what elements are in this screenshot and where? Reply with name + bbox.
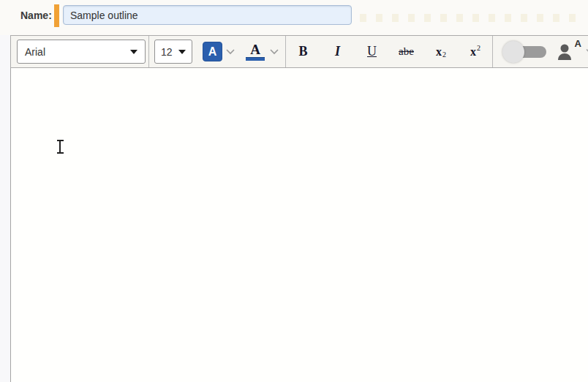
font-size-select[interactable]: 12: [154, 40, 192, 64]
text-color-swatch: [246, 57, 265, 61]
field-accent-bar: [54, 4, 59, 27]
text-cursor-icon: [56, 139, 65, 154]
background-texture: [360, 14, 584, 22]
font-family-value: Arial: [25, 46, 45, 58]
toggle-switch[interactable]: [502, 41, 546, 63]
user-format-menu-button[interactable]: A: [557, 40, 581, 64]
name-row: Name:: [0, 0, 588, 35]
subscript-mark: 2: [442, 50, 446, 59]
font-family-select[interactable]: Arial: [17, 40, 146, 64]
bold-button[interactable]: B: [286, 36, 320, 67]
toggle-knob: [502, 41, 524, 63]
text-color-button[interactable]: A: [244, 43, 266, 61]
dropdown-caret-icon: [130, 50, 137, 54]
highlight-color-button[interactable]: A: [203, 42, 222, 61]
underline-button[interactable]: U: [355, 36, 389, 67]
toolbar-divider: [492, 36, 493, 67]
chevron-down-icon: [270, 49, 279, 55]
superscript-base: x: [470, 45, 476, 59]
name-label: Name:: [20, 10, 52, 21]
subscript-button[interactable]: x 2: [423, 36, 458, 67]
chevron-down-icon: [226, 49, 235, 55]
italic-button[interactable]: I: [320, 36, 355, 67]
text-color-label: A: [250, 43, 260, 56]
highlight-color-label: A: [208, 45, 217, 59]
dropdown-caret-icon: [178, 50, 186, 54]
text-color-chevron[interactable]: [270, 49, 279, 55]
name-input[interactable]: [63, 5, 352, 25]
format-button-group: B I U abe x 2 x 2: [286, 36, 492, 67]
strikethrough-button[interactable]: abe: [389, 36, 423, 67]
toolbar-divider: [148, 36, 149, 67]
formatting-toolbar: Arial 12 A A B I U abe x 2 x 2: [10, 35, 588, 68]
superscript-button[interactable]: x 2: [458, 36, 492, 67]
highlight-color-chevron[interactable]: [226, 49, 235, 55]
subscript-base: x: [436, 45, 442, 59]
user-badge-letter: A: [575, 38, 581, 49]
superscript-mark: 2: [477, 44, 480, 52]
font-size-value: 12: [161, 46, 173, 58]
editor-canvas[interactable]: [10, 68, 588, 382]
